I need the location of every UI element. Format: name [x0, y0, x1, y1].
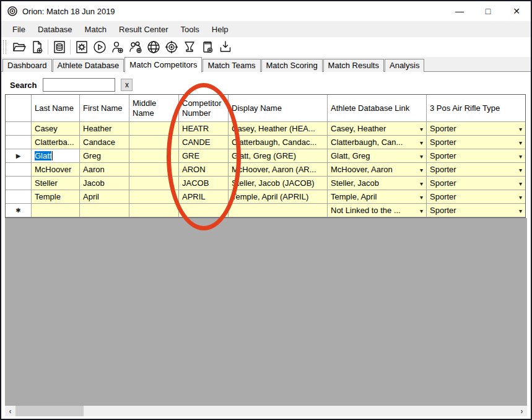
- dropdown-arrow-icon[interactable]: [516, 138, 525, 147]
- tab-dashboard[interactable]: Dashboard: [2, 59, 52, 72]
- cell-middle-name[interactable]: [129, 177, 179, 190]
- menu-match[interactable]: Match: [79, 23, 113, 36]
- dropdown-arrow-icon[interactable]: [417, 192, 426, 201]
- row-selector[interactable]: [6, 122, 32, 136]
- current-row-selector[interactable]: ▶: [6, 149, 32, 163]
- dropdown-arrow-icon[interactable]: [516, 124, 525, 133]
- cell-display-name[interactable]: Glatt, Greg (GRE): [229, 149, 328, 163]
- header-3pos-air-rifle-type[interactable]: 3 Pos Air Rifle Type: [427, 95, 525, 122]
- dropdown-arrow-icon[interactable]: [516, 165, 525, 174]
- dropdown-arrow-icon[interactable]: [417, 165, 426, 174]
- cell-competitor-number[interactable]: JACOB: [179, 177, 229, 190]
- globe-icon[interactable]: [144, 38, 162, 56]
- cell-first-name[interactable]: Greg: [80, 149, 129, 163]
- trophy-icon[interactable]: [180, 38, 198, 56]
- cell-rifle-type[interactable]: Sporter: [427, 163, 525, 177]
- tab-match-results[interactable]: Match Results: [323, 59, 384, 72]
- dropdown-arrow-icon[interactable]: [417, 151, 426, 160]
- row-selector[interactable]: [6, 163, 32, 177]
- dropdown-arrow-icon[interactable]: [417, 178, 426, 188]
- scroll-right-arrow-icon[interactable]: ›: [517, 406, 527, 416]
- scroll-left-arrow-icon[interactable]: ‹: [5, 406, 15, 416]
- cell-middle-name[interactable]: [129, 136, 179, 149]
- dropdown-arrow-icon[interactable]: [516, 178, 525, 188]
- cell-athlete-database-link[interactable]: Temple, April: [328, 190, 427, 204]
- cell-last-name[interactable]: Clatterba...: [32, 136, 80, 149]
- search-input[interactable]: [43, 78, 115, 92]
- close-button[interactable]: ✕: [502, 1, 531, 21]
- add-people-icon[interactable]: [126, 38, 144, 56]
- row-selector[interactable]: [6, 190, 32, 204]
- settings-file-icon[interactable]: [72, 38, 90, 56]
- cell-last-name[interactable]: Steller: [32, 177, 80, 190]
- header-first-name[interactable]: First Name: [80, 95, 129, 122]
- menu-file[interactable]: File: [6, 23, 32, 36]
- row-selector[interactable]: [6, 177, 32, 190]
- cell-athlete-database-link[interactable]: Glatt, Greg: [328, 149, 427, 163]
- menu-result-center[interactable]: Result Center: [113, 23, 174, 36]
- menu-database[interactable]: Database: [32, 23, 79, 36]
- cell-athlete-database-link[interactable]: Steller, Jacob: [328, 177, 427, 190]
- minimize-button[interactable]: —: [445, 1, 474, 21]
- open-folder-icon[interactable]: [10, 38, 28, 56]
- cell-competitor-number[interactable]: GRE: [179, 149, 229, 163]
- scrollbar-thumb[interactable]: [15, 406, 84, 416]
- header-last-name[interactable]: Last Name: [32, 95, 80, 122]
- cell-last-name[interactable]: Casey: [32, 122, 80, 136]
- cell-first-name[interactable]: Aaron: [80, 163, 129, 177]
- cell-display-name[interactable]: Temple, April (APRIL): [229, 190, 328, 204]
- cell-last-name[interactable]: McHoover: [32, 163, 80, 177]
- cell-middle-name[interactable]: [129, 149, 179, 163]
- header-middle-name[interactable]: Middle Name: [129, 95, 179, 122]
- cell-last-name-editing[interactable]: Glatt: [32, 149, 80, 163]
- cell-display-name[interactable]: [229, 204, 328, 217]
- play-icon[interactable]: [90, 38, 108, 56]
- dropdown-arrow-icon[interactable]: [417, 124, 426, 133]
- cell-athlete-database-link[interactable]: Clatterbaugh, Can...: [328, 136, 427, 149]
- cell-athlete-database-link[interactable]: McHoover, Aaron: [328, 163, 427, 177]
- new-row-selector[interactable]: ✱: [6, 204, 32, 217]
- cell-competitor-number[interactable]: CANDE: [179, 136, 229, 149]
- cell-competitor-number[interactable]: [179, 204, 229, 217]
- cell-rifle-type[interactable]: Sporter: [427, 190, 525, 204]
- add-person-icon[interactable]: [108, 38, 126, 56]
- maximize-button[interactable]: □: [474, 1, 502, 21]
- cell-athlete-database-link[interactable]: Not Linked to the ...: [328, 204, 427, 217]
- row-selector[interactable]: [6, 136, 32, 149]
- dropdown-arrow-icon[interactable]: [516, 192, 525, 201]
- dropdown-arrow-icon[interactable]: [417, 206, 426, 215]
- cell-display-name[interactable]: Steller, Jacob (JACOB): [229, 177, 328, 190]
- cell-rifle-type[interactable]: Sporter: [427, 122, 525, 136]
- tab-match-competitors[interactable]: Match Competitors: [124, 57, 202, 72]
- cell-last-name[interactable]: Temple: [32, 190, 80, 204]
- menu-tools[interactable]: Tools: [175, 23, 206, 36]
- cell-competitor-number[interactable]: ARON: [179, 163, 229, 177]
- cell-first-name[interactable]: April: [80, 190, 129, 204]
- cell-rifle-type[interactable]: Sporter: [427, 149, 525, 163]
- cell-first-name[interactable]: [80, 204, 129, 217]
- tab-analysis[interactable]: Analysis: [385, 59, 424, 72]
- header-display-name[interactable]: Display Name: [229, 95, 328, 122]
- new-file-icon[interactable]: [28, 38, 46, 56]
- tab-match-teams[interactable]: Match Teams: [203, 59, 260, 72]
- download-icon[interactable]: [216, 38, 234, 56]
- tab-athlete-database[interactable]: Athlete Database: [53, 59, 124, 72]
- add-card-icon[interactable]: [198, 38, 216, 56]
- dropdown-arrow-icon[interactable]: [516, 151, 525, 160]
- cell-competitor-number[interactable]: HEATR: [179, 122, 229, 136]
- cell-middle-name[interactable]: [129, 122, 179, 136]
- search-clear-button[interactable]: x: [121, 79, 133, 91]
- cell-display-name[interactable]: McHoover, Aaron (AR...: [229, 163, 328, 177]
- tab-match-scoring[interactable]: Match Scoring: [261, 59, 323, 72]
- cell-middle-name[interactable]: [129, 190, 179, 204]
- cell-competitor-number[interactable]: APRIL: [179, 190, 229, 204]
- cell-rifle-type[interactable]: Sporter: [427, 136, 525, 149]
- menu-help[interactable]: Help: [206, 23, 235, 36]
- cell-first-name[interactable]: Jacob: [80, 177, 129, 190]
- dropdown-arrow-icon[interactable]: [516, 206, 525, 215]
- cell-last-name[interactable]: [32, 204, 80, 217]
- cell-first-name[interactable]: Candace: [80, 136, 129, 149]
- cell-rifle-type[interactable]: Sporter: [427, 177, 525, 190]
- cell-athlete-database-link[interactable]: Casey, Heather: [328, 122, 427, 136]
- cell-first-name[interactable]: Heather: [80, 122, 129, 136]
